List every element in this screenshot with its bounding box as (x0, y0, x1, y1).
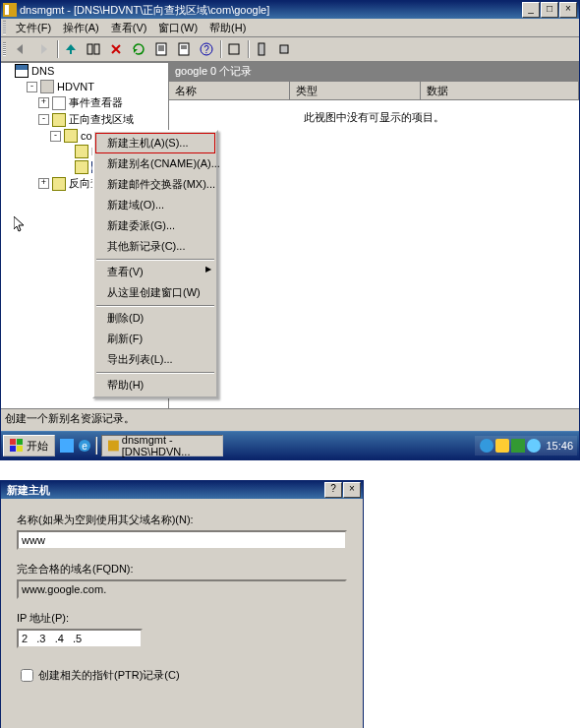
ctx-new-window[interactable]: 从这里创建窗口(W) (95, 282, 215, 303)
collapse-icon[interactable]: - (27, 82, 37, 92)
ctx-export[interactable]: 导出列表(L)... (95, 349, 215, 370)
tree-event-viewer[interactable]: +事件查看器 (36, 94, 168, 111)
tree-dns-root[interactable]: DNS (13, 63, 168, 79)
svg-rect-9 (259, 43, 264, 55)
separator (96, 372, 214, 373)
empty-message: 此视图中没有可显示的项目。 (169, 100, 579, 408)
properties-button[interactable] (150, 38, 172, 60)
ctx-new-mx[interactable]: 新建邮件交换器(MX)... (95, 174, 215, 195)
stop-button[interactable] (273, 38, 295, 60)
back-button[interactable] (10, 38, 31, 60)
panes-button[interactable] (83, 38, 104, 60)
statusbar: 创建一个新别名资源记录。 (1, 408, 579, 431)
tray-info-icon[interactable] (527, 439, 541, 453)
windows-icon (10, 439, 24, 453)
export-button[interactable] (173, 38, 195, 60)
fqdn-output (17, 579, 347, 599)
svg-rect-10 (280, 45, 288, 53)
fqdn-label: 完全合格的域名(FQDN): (17, 562, 347, 576)
delete-button[interactable] (105, 38, 127, 60)
server-icon (40, 80, 54, 93)
dialog-close-button[interactable]: × (343, 482, 361, 498)
ptr-checkbox-row[interactable]: 创建相关的指针(PTR)记录(C) (17, 666, 347, 685)
svg-rect-12 (17, 439, 23, 445)
svg-rect-14 (17, 446, 23, 452)
maximize-button[interactable]: □ (541, 2, 558, 18)
ip-input[interactable] (17, 629, 143, 648)
name-input[interactable] (17, 530, 347, 550)
ql-ie[interactable]: e (76, 437, 93, 455)
forward-button[interactable] (32, 38, 54, 60)
col-data[interactable]: 数据 (421, 82, 579, 99)
toolbar: ? (1, 36, 579, 62)
minimize-button[interactable]: _ (522, 2, 540, 18)
ctx-new-deleg[interactable]: 新建委派(G)... (95, 215, 215, 236)
svg-rect-18 (108, 441, 119, 452)
ctx-new-cname[interactable]: 新建别名(CNAME)(A)... (95, 153, 215, 174)
name-label: 名称(如果为空则使用其父域名称)(N): (17, 513, 347, 527)
help-button[interactable]: ? (196, 38, 217, 60)
up-button[interactable] (60, 38, 82, 60)
svg-text:?: ? (203, 44, 209, 55)
close-button[interactable]: × (559, 2, 577, 18)
menu-view[interactable]: 查看(V) (105, 19, 153, 37)
ptr-label: 创建相关的指针(PTR)记录(C) (38, 668, 180, 683)
context-menu: 新建主机(A)(S)... 新建别名(CNAME)(A)... 新建邮件交换器(… (92, 130, 218, 398)
tree-forward-zone[interactable]: -正向查找区域 (36, 111, 168, 128)
tray-network-icon[interactable] (511, 439, 525, 453)
cursor-icon (14, 216, 26, 234)
svg-rect-8 (229, 44, 239, 54)
ctx-other-record[interactable]: 其他新记录(C)... (95, 236, 215, 257)
svg-rect-3 (94, 44, 99, 54)
start-button[interactable]: 开始 (3, 435, 55, 456)
svg-rect-5 (179, 43, 189, 55)
refresh-button[interactable] (128, 38, 149, 60)
grip-icon (3, 42, 6, 56)
menu-window[interactable]: 窗口(W) (152, 19, 203, 37)
folder-icon (64, 129, 78, 143)
book-icon (52, 96, 66, 110)
titlebar: dnsmgmt - [DNS\HDVNT\正向查找区域\com\google] … (1, 1, 579, 19)
ctx-new-host[interactable]: 新建主机(A)(S)... (95, 133, 215, 153)
clock[interactable]: 15:46 (542, 440, 573, 452)
ctx-refresh[interactable]: 刷新(F) (95, 329, 215, 349)
tree-server[interactable]: -HDVNT (25, 79, 168, 94)
col-name[interactable]: 名称 (169, 82, 290, 99)
folder-icon (52, 177, 66, 191)
filter-button[interactable] (223, 38, 245, 60)
separator (96, 305, 214, 306)
folder-icon (75, 160, 88, 174)
system-tray[interactable]: 15:46 (475, 436, 577, 455)
folder-icon (75, 145, 88, 158)
menu-action[interactable]: 操作(A) (57, 19, 105, 37)
svg-rect-15 (60, 439, 74, 453)
window-title: dnsmgmt - [DNS\HDVNT\正向查找区域\com\google] (20, 3, 522, 18)
ctx-new-domain[interactable]: 新建域(O)... (95, 195, 215, 215)
ctx-help[interactable]: 帮助(H) (95, 375, 215, 395)
options-button[interactable] (251, 38, 272, 60)
ctx-delete[interactable]: 删除(D) (95, 308, 215, 329)
ptr-checkbox[interactable] (21, 669, 33, 682)
dialog-titlebar: 新建主机 ? × (1, 481, 363, 499)
separator (96, 259, 214, 260)
taskbar: 开始 e dnsmgmt - [DNS\HDVN... 15:46 (1, 431, 579, 459)
svg-rect-13 (10, 446, 16, 452)
menu-file[interactable]: 文件(F) (10, 19, 57, 37)
collapse-icon[interactable]: - (50, 131, 61, 142)
collapse-icon[interactable]: - (38, 114, 49, 125)
dialog-help-button[interactable]: ? (324, 482, 342, 498)
grip-icon (3, 21, 6, 34)
tray-shield-icon[interactable] (495, 439, 509, 453)
folder-icon (52, 113, 66, 127)
expand-icon[interactable]: + (38, 178, 49, 189)
svg-rect-2 (87, 44, 92, 54)
taskbar-dnsmgmt[interactable]: dnsmgmt - [DNS\HDVN... (101, 435, 223, 456)
col-type[interactable]: 类型 (290, 82, 421, 99)
dialog-title: 新建主机 (3, 483, 324, 498)
ql-desktop[interactable] (58, 437, 76, 455)
menu-help[interactable]: 帮助(H) (203, 19, 252, 37)
ip-label: IP 地址(P): (17, 611, 347, 626)
expand-icon[interactable]: + (38, 97, 49, 108)
tray-icon[interactable] (480, 439, 493, 453)
ctx-view[interactable]: 查看(V) (95, 262, 215, 282)
